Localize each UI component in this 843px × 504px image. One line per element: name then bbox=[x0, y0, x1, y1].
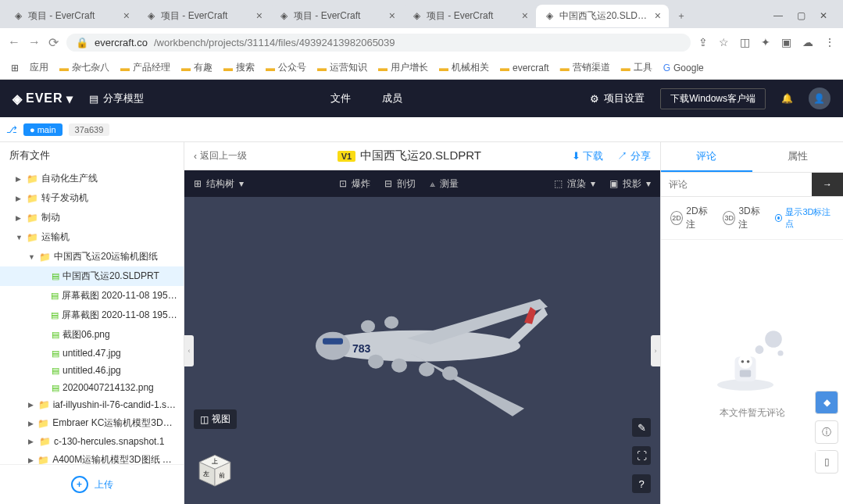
projection-button[interactable]: ▣投影 ▾ bbox=[609, 177, 651, 191]
file-nav[interactable]: 文件 bbox=[330, 91, 351, 105]
bookmark-item[interactable]: ▬营销渠道 bbox=[560, 61, 610, 74]
tree-folder[interactable]: ▶📁c-130-hercules.snapshot.1 bbox=[0, 433, 184, 450]
svg-point-10 bbox=[419, 362, 434, 376]
logo[interactable]: ◈ EVER ▾ bbox=[13, 91, 73, 106]
close-icon[interactable]: × bbox=[123, 9, 130, 22]
help-icon[interactable]: ? bbox=[632, 474, 651, 493]
bookmark-item[interactable]: ▬evercraft bbox=[500, 63, 549, 73]
tree-file[interactable]: ▤untitled.47.jpg bbox=[0, 345, 184, 362]
structure-tree-button[interactable]: ⊞结构树 ▾ bbox=[194, 177, 244, 191]
comment-input[interactable] bbox=[661, 173, 812, 196]
reload-icon[interactable]: ⟳ bbox=[48, 35, 59, 50]
bookmark-item[interactable]: GGoogle bbox=[663, 63, 704, 73]
fullscreen-icon[interactable]: ⛶ bbox=[632, 446, 651, 465]
bookmark-item[interactable]: ▬运营知识 bbox=[317, 61, 367, 74]
viewer-canvas[interactable]: ‹ › 783 bbox=[184, 197, 660, 504]
browser-tab[interactable]: ◈项目 - EverCraft× bbox=[138, 5, 270, 27]
puzzle-icon[interactable]: ✦ bbox=[761, 36, 770, 48]
float-device-icon[interactable]: ▯ bbox=[815, 450, 838, 474]
share-model-button[interactable]: ▤分享模型 bbox=[89, 91, 144, 105]
branch-pill[interactable]: ● main bbox=[23, 123, 63, 136]
annot-2d-button[interactable]: 2D2D标注 bbox=[670, 205, 713, 231]
tree-file[interactable]: ▤untitled.46.jpg bbox=[0, 362, 184, 379]
new-tab-button[interactable]: ＋ bbox=[669, 5, 694, 27]
section-button[interactable]: ⊟剖切 bbox=[384, 177, 416, 191]
bookmark-item[interactable]: ▬用户增长 bbox=[378, 61, 428, 74]
tree-folder[interactable]: ▶📁iaf-illyushin-il-76-candid-1.snapshc bbox=[0, 396, 184, 413]
tree-file[interactable]: ▤屏幕截图 2020-11-08 195947.pn bbox=[0, 286, 184, 306]
member-nav[interactable]: 成员 bbox=[382, 91, 402, 105]
share-url-icon[interactable]: ⇪ bbox=[698, 36, 708, 48]
tree-folder[interactable]: ▶📁转子发动机 bbox=[0, 188, 184, 208]
tree-file[interactable]: ▤截图06.png bbox=[0, 325, 184, 345]
tree-label: 20200407214132.png bbox=[63, 382, 154, 393]
bell-icon[interactable]: 🔔 bbox=[781, 93, 793, 104]
tree-folder[interactable]: ▼📁运输机 bbox=[0, 227, 184, 247]
view-button[interactable]: ◫视图 bbox=[194, 409, 237, 429]
bookmark-item[interactable]: 应用 bbox=[30, 61, 48, 74]
tree-folder[interactable]: ▶📁制动 bbox=[0, 208, 184, 227]
bookmark-item[interactable]: ▬机械相关 bbox=[439, 61, 489, 74]
address-bar[interactable]: 🔒 evercraft.co/workbench/projects/31114/… bbox=[66, 34, 691, 52]
tree-file[interactable]: ▤屏幕截图 2020-11-08 195908.pn bbox=[0, 306, 184, 325]
project-settings-button[interactable]: ⚙项目设置 bbox=[590, 91, 645, 105]
bookmark-item[interactable]: ▬搜索 bbox=[223, 61, 255, 74]
bookmark-item[interactable]: ▬有趣 bbox=[181, 61, 213, 74]
upload-button[interactable]: + 上传 bbox=[0, 464, 184, 504]
commit-pill[interactable]: 37a639 bbox=[69, 123, 110, 136]
tab-comments[interactable]: 评论 bbox=[661, 142, 752, 172]
right-panel-handle[interactable]: › bbox=[651, 335, 660, 366]
browser-tab[interactable]: ◈项目 - EverCraft× bbox=[403, 5, 536, 27]
send-button[interactable]: → bbox=[812, 173, 843, 196]
float-info-icon[interactable]: ⓘ bbox=[815, 420, 838, 444]
browser-tab[interactable]: ◈项目 - EverCraft× bbox=[270, 5, 403, 27]
close-icon[interactable]: × bbox=[389, 9, 395, 22]
cloud-icon[interactable]: ☁ bbox=[802, 36, 813, 48]
star-icon[interactable]: ☆ bbox=[719, 36, 729, 48]
menu-icon[interactable]: ⋮ bbox=[824, 36, 835, 48]
float-help-icon[interactable]: ◆ bbox=[815, 391, 838, 414]
caret-icon: ▶ bbox=[16, 214, 23, 222]
branch-icon[interactable]: ⎇ bbox=[6, 124, 17, 135]
tab-properties[interactable]: 属性 bbox=[752, 142, 844, 172]
show-3d-toggle[interactable]: 显示3D标注点 bbox=[775, 206, 834, 230]
render-button[interactable]: ⬚渲染 ▾ bbox=[554, 177, 595, 191]
tree-folder[interactable]: ▶📁A400M运输机模型3D图纸 STEP格式 bbox=[0, 450, 184, 464]
ext2-icon[interactable]: ▣ bbox=[781, 36, 791, 48]
ruler-ctrl-icon[interactable]: ✎ bbox=[632, 418, 651, 437]
bookmark-item[interactable]: ▬产品经理 bbox=[120, 61, 170, 74]
apps-icon[interactable]: ⊞ bbox=[11, 63, 19, 73]
close-icon[interactable]: × bbox=[522, 9, 528, 22]
share-button[interactable]: ↗ 分享 bbox=[617, 149, 651, 163]
file-name: 中国西飞运20.SLDPRT bbox=[360, 148, 481, 163]
tree-folder[interactable]: ▶📁Embraer KC运输机模型3D图纸 STP bbox=[0, 413, 184, 433]
avatar[interactable]: 👤 bbox=[809, 88, 830, 109]
tree-file[interactable]: ▤20200407214132.png bbox=[0, 379, 184, 396]
left-panel-handle[interactable]: ‹ bbox=[184, 335, 194, 366]
file-icon: ▤ bbox=[52, 366, 59, 376]
close-icon[interactable]: × bbox=[655, 9, 661, 22]
explode-button[interactable]: ⊡爆炸 bbox=[339, 177, 370, 191]
maximize-icon[interactable]: ▢ bbox=[797, 10, 805, 21]
minimize-icon[interactable]: — bbox=[773, 10, 783, 21]
download-client-button[interactable]: 下载Windows客户端 bbox=[660, 88, 766, 109]
orientation-cube[interactable]: 上 左 前 bbox=[194, 451, 236, 493]
tree-folder[interactable]: ▼📁中国西飞运20运输机图纸 bbox=[0, 247, 184, 266]
tree-file[interactable]: ▤中国西飞运20.SLDPRT bbox=[0, 266, 184, 286]
measure-button[interactable]: ⟁测量 bbox=[430, 177, 459, 191]
bookmark-item[interactable]: ▬公众号 bbox=[266, 61, 306, 74]
bookmark-item[interactable]: ▬工具 bbox=[621, 61, 652, 74]
annot-3d-button[interactable]: 3D3D标注 bbox=[723, 205, 766, 231]
close-window-icon[interactable]: ✕ bbox=[820, 10, 827, 21]
forward-icon[interactable]: → bbox=[28, 35, 41, 49]
browser-tab-active[interactable]: ◈中国西飞运20.SLDPRT · 分享模× bbox=[536, 5, 669, 27]
close-icon[interactable]: × bbox=[256, 9, 263, 22]
tree-label: 中国西飞运20.SLDPRT bbox=[63, 270, 159, 283]
back-icon[interactable]: ← bbox=[8, 35, 20, 49]
ext-icon[interactable]: ◫ bbox=[740, 36, 750, 48]
download-button[interactable]: ⬇ 下载 bbox=[572, 149, 604, 163]
bookmark-item[interactable]: ▬杂七杂八 bbox=[59, 61, 109, 74]
browser-tab[interactable]: ◈项目 - EverCraft× bbox=[5, 5, 138, 27]
tree-folder[interactable]: ▶📁自动化生产线 bbox=[0, 169, 184, 188]
back-link[interactable]: ‹ 返回上一级 bbox=[194, 149, 247, 163]
